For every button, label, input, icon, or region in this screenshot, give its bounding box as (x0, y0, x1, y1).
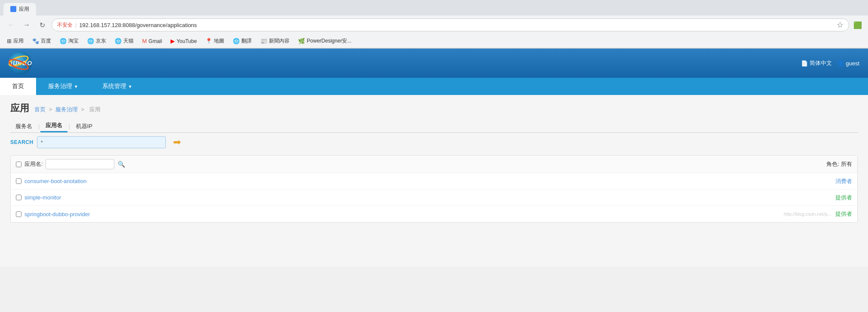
app-link-consumer[interactable]: consumer-boot-anotation (24, 178, 835, 184)
search-arrow-icon: ➡ (173, 137, 181, 148)
bookmark-baidu-label: 百度 (41, 37, 51, 45)
table-row: consumer-boot-anotation 消费者 (11, 173, 857, 190)
powerdesigner-icon: 🌿 (298, 38, 305, 44)
bookmark-taobao[interactable]: 🌐 淘宝 (56, 36, 82, 46)
nav-system-label: 系统管理 (102, 83, 126, 90)
nav-governance-label: 服务治理 (48, 83, 72, 90)
bookmark-maps-label: 地圖 (214, 37, 224, 45)
bookmark-maps[interactable]: 📍 地圖 (202, 36, 228, 46)
taobao-icon: 🌐 (60, 38, 67, 44)
search-input[interactable] (37, 136, 166, 148)
app-header: DUBBO 📄 简体中文 👤 guest (0, 49, 868, 78)
breadcrumb-current: 应用 (89, 106, 101, 113)
bookmark-news-label: 新聞內容 (269, 37, 289, 45)
breadcrumb-sep-1: > (49, 106, 54, 113)
tab-favicon (10, 6, 16, 12)
user-icon: 👤 (837, 60, 844, 67)
ext-icon-1[interactable]: 🟩 (853, 20, 863, 30)
content-area: 应用 首页 > 服务治理 > 应用 服务名 | 应用名 | 机器IP SEARC… (0, 95, 868, 267)
app-name-input[interactable] (46, 159, 114, 169)
nav-item-governance[interactable]: 服务治理 ▼ (36, 78, 90, 95)
bookmark-gmail[interactable]: M Gmail (139, 36, 165, 46)
bookmark-taobao-label: 淘宝 (68, 37, 79, 45)
back-button[interactable]: ← (5, 19, 17, 31)
app-link-provider[interactable]: springboot-dubbo-provider (24, 211, 835, 217)
nav-home-label: 首页 (12, 83, 24, 90)
table-row: springboot-dubbo-provider http://blog.cs… (11, 206, 857, 222)
bookmarks-bar: ⊞ 应用 🐾 百度 🌐 淘宝 🌐 京东 🌐 天猫 M Gmail ▶ YouTu… (0, 34, 868, 48)
jd-icon: 🌐 (87, 38, 94, 44)
bookmark-powerdesigner[interactable]: 🌿 PowerDesigner安... (295, 36, 355, 46)
row-1-checkbox[interactable] (16, 178, 21, 184)
nav-bar: 首页 服务治理 ▼ 系统管理 ▼ (0, 78, 868, 95)
translate-icon: 🌐 (233, 38, 240, 44)
address-bar[interactable]: 不安全 | 192.168.157.128:8088/governance/ap… (52, 18, 849, 31)
search-tabs: 服务名 | 应用名 | 机器IP (10, 120, 858, 133)
filter-search-icon: 🔍 (118, 161, 125, 168)
dubbo-logo: DUBBO (9, 52, 32, 75)
tmall-icon: 🌐 (115, 38, 122, 44)
header-right: 📄 简体中文 👤 guest (801, 59, 859, 67)
nav-item-system[interactable]: 系统管理 ▼ (90, 78, 144, 95)
browser-tab[interactable]: 应用 (3, 3, 36, 15)
app-name-label: 应用名: (24, 160, 43, 168)
table-row: simple-monitor 提供者 (11, 190, 857, 206)
baidu-icon: 🐾 (32, 38, 39, 44)
role-badge-monitor: 提供者 (835, 194, 852, 202)
bookmark-translate[interactable]: 🌐 翻譯 (229, 36, 255, 46)
bookmark-youtube[interactable]: ▶ YouTube (167, 36, 200, 46)
filter-search-button[interactable]: 🔍 (117, 160, 126, 168)
breadcrumb-sep-2: > (81, 106, 85, 113)
row-3-checkbox-cell (16, 211, 24, 217)
user-label: guest (846, 60, 859, 67)
bookmark-jd-label: 京东 (96, 37, 106, 45)
row-3-checkbox[interactable] (16, 211, 21, 217)
page-title: 应用 (10, 102, 29, 115)
reload-button[interactable]: ↻ (36, 19, 48, 31)
address-bar-row: ← → ↻ 不安全 | 192.168.157.128:8088/governa… (0, 15, 868, 34)
select-all-cell (16, 162, 24, 167)
bookmark-jd[interactable]: 🌐 京东 (84, 36, 110, 46)
search-button[interactable]: ➡ (169, 136, 185, 148)
search-row: SEARCH ➡ (10, 136, 858, 148)
bookmark-powerdesigner-label: PowerDesigner安... (307, 37, 351, 45)
bookmark-tmall[interactable]: 🌐 天猫 (111, 36, 137, 46)
app-link-monitor[interactable]: simple-monitor (24, 194, 835, 201)
bookmark-apps-label: 应用 (13, 37, 24, 45)
forward-button[interactable]: → (21, 19, 33, 31)
logo-circle: DUBBO (9, 52, 32, 75)
security-warning: 不安全 (57, 21, 73, 29)
tab-title: 应用 (19, 6, 29, 13)
breadcrumb-home[interactable]: 首页 (34, 106, 46, 113)
bookmark-news[interactable]: 📰 新聞內容 (257, 36, 293, 46)
app-name-filter: 应用名: 🔍 (24, 159, 126, 169)
search-label: SEARCH (10, 139, 34, 145)
tab-bar: 应用 (0, 0, 868, 15)
bookmark-baidu[interactable]: 🐾 百度 (29, 36, 55, 46)
row-2-checkbox[interactable] (16, 195, 21, 200)
search-tab-ip[interactable]: 机器IP (71, 121, 97, 132)
select-all-checkbox[interactable] (16, 162, 21, 167)
page-title-row: 应用 首页 > 服务治理 > 应用 (10, 102, 858, 115)
tab-divider-1: | (37, 123, 40, 129)
url-text: 192.168.157.128:8088/governance/applicat… (79, 22, 197, 28)
star-button[interactable]: ☆ (837, 20, 844, 30)
news-icon: 📰 (260, 38, 267, 44)
lang-button[interactable]: 📄 简体中文 (801, 59, 832, 67)
row-2-checkbox-cell (16, 195, 24, 200)
bookmark-apps[interactable]: ⊞ 应用 (3, 36, 27, 46)
browser-chrome: 应用 ← → ↻ 不安全 | 192.168.157.128:8088/gove… (0, 0, 868, 49)
bookmark-gmail-label: Gmail (149, 38, 162, 44)
lang-label: 简体中文 (810, 59, 832, 67)
bookmark-translate-label: 翻譯 (241, 37, 252, 45)
row-1-checkbox-cell (16, 178, 24, 184)
extensions-area: 🟩 (853, 20, 863, 30)
nav-item-home[interactable]: 首页 (0, 78, 36, 95)
role-filter: 角色: 所有 (826, 160, 852, 168)
user-button[interactable]: 👤 guest (837, 60, 859, 67)
search-tab-app[interactable]: 应用名 (40, 120, 67, 132)
breadcrumb-governance[interactable]: 服务治理 (55, 106, 78, 113)
search-tab-service[interactable]: 服务名 (10, 121, 37, 132)
system-dropdown-icon: ▼ (128, 84, 132, 89)
watermark: http://blog.csdn.net/p... (784, 211, 831, 217)
